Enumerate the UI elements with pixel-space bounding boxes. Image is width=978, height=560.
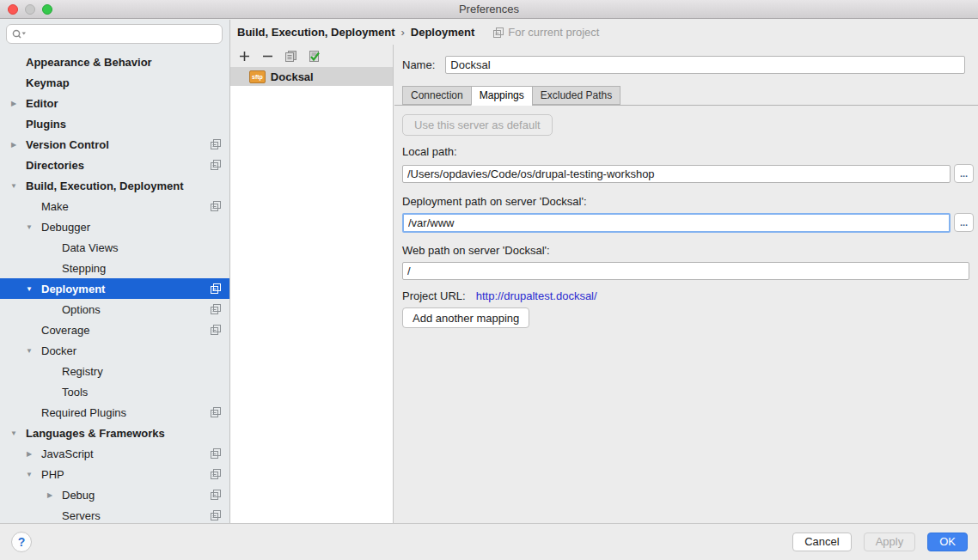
browse-deployment-path-button[interactable]: ...: [954, 213, 974, 232]
sidebar-item-label: Editor: [26, 97, 58, 110]
for-current-project-icon: [211, 304, 221, 314]
sidebar-item-label: Deployment: [41, 283, 105, 295]
help-button[interactable]: ?: [11, 532, 32, 552]
add-another-mapping-button[interactable]: Add another mapping: [402, 307, 529, 328]
chevron-down-icon[interactable]: ▼: [7, 429, 21, 437]
chevron-right-icon[interactable]: ▶: [43, 491, 57, 499]
apply-button[interactable]: Apply: [864, 533, 916, 551]
for-current-project-icon: [211, 407, 221, 417]
sidebar-item-deployment[interactable]: ▼Deployment: [0, 278, 229, 299]
for-current-project-icon: [211, 490, 221, 500]
chevron-right-icon[interactable]: ▶: [7, 141, 21, 149]
remove-server-button[interactable]: [260, 49, 274, 63]
project-url-link[interactable]: http://drupaltest.docksal/: [476, 289, 597, 302]
project-url-label: Project URL:: [402, 289, 466, 302]
ok-button[interactable]: OK: [927, 533, 968, 551]
for-current-project-icon: [211, 283, 221, 294]
add-server-button[interactable]: [237, 49, 251, 63]
sidebar-item-debugger[interactable]: ▼Debugger: [0, 216, 229, 237]
server-list-item-docksal[interactable]: sftp Docksal: [230, 67, 393, 86]
for-current-project-icon: [493, 27, 504, 38]
server-toolbar: [230, 45, 393, 67]
chevron-right-icon[interactable]: ▶: [22, 450, 36, 458]
sidebar-item-label: Options: [62, 303, 101, 316]
tab-connection[interactable]: Connection: [402, 86, 471, 105]
web-path-label: Web path on server 'Docksal':: [402, 244, 550, 257]
for-current-project-icon: [211, 325, 221, 335]
breadcrumb: Build, Execution, Deployment › Deploymen…: [230, 20, 978, 45]
sidebar-item-javascript[interactable]: ▶JavaScript: [0, 443, 229, 464]
sidebar-item-required-plugins[interactable]: Required Plugins: [0, 402, 229, 423]
cancel-button[interactable]: Cancel: [792, 533, 851, 551]
deployment-path-input[interactable]: [402, 213, 950, 233]
breadcrumb-page: Deployment: [411, 26, 474, 39]
sidebar-item-data-views[interactable]: Data Views: [0, 237, 229, 258]
for-current-project-icon: [211, 139, 221, 149]
sidebar-item-label: Registry: [62, 365, 103, 378]
local-path-input[interactable]: [402, 165, 950, 183]
deployment-path-label: Deployment path on server 'Docksal':: [402, 195, 587, 208]
server-name-input[interactable]: [445, 56, 965, 74]
web-path-input[interactable]: [402, 262, 969, 280]
sidebar-item-options[interactable]: Options: [0, 299, 229, 320]
sidebar-item-keymap[interactable]: Keymap: [0, 72, 229, 93]
title-bar: Preferences: [0, 0, 978, 19]
browse-local-path-button[interactable]: ...: [954, 164, 974, 183]
sidebar-item-label: Tools: [62, 386, 88, 399]
sidebar-item-languages-frameworks[interactable]: ▼Languages & Frameworks: [0, 423, 229, 443]
server-name: Docksal: [271, 70, 314, 83]
sidebar-item-version-control[interactable]: ▶Version Control: [0, 134, 229, 155]
server-list-panel: sftp Docksal: [230, 45, 394, 523]
sidebar-item-label: Debug: [62, 489, 95, 502]
settings-search[interactable]: [6, 24, 223, 44]
chevron-down-icon[interactable]: ▼: [22, 347, 36, 355]
chevron-right-icon[interactable]: ▶: [7, 100, 21, 107]
chevron-down-icon[interactable]: ▼: [22, 285, 36, 293]
dialog-footer: ? Cancel Apply OK: [0, 523, 978, 560]
sidebar-item-docker[interactable]: ▼Docker: [0, 340, 229, 361]
settings-tree: Appearance & BehaviorKeymap▶EditorPlugin…: [0, 52, 229, 523]
breadcrumb-separator-icon: ›: [400, 26, 404, 39]
scope-label: For current project: [508, 26, 599, 39]
sidebar-item-label: Coverage: [41, 324, 89, 337]
deployment-settings-panel: Name: ConnectionMappingsExcluded Paths U…: [394, 45, 978, 523]
sidebar-item-label: Build, Execution, Deployment: [26, 180, 183, 192]
tab-excluded-paths[interactable]: Excluded Paths: [532, 86, 620, 105]
settings-tabs: ConnectionMappingsExcluded Paths: [402, 86, 620, 106]
sidebar-item-make[interactable]: Make: [0, 196, 229, 216]
for-current-project-icon: [211, 160, 221, 170]
sidebar-item-build-execution-deployment[interactable]: ▼Build, Execution, Deployment: [0, 175, 229, 196]
sidebar-item-directories[interactable]: Directories: [0, 155, 229, 175]
search-icon: [11, 28, 28, 40]
sidebar-item-label: Stepping: [62, 262, 106, 275]
sidebar-item-debug[interactable]: ▶Debug: [0, 484, 229, 505]
local-path-label: Local path:: [402, 145, 457, 158]
for-current-project-icon: [211, 510, 221, 520]
for-current-project-icon: [211, 448, 221, 459]
chevron-down-icon[interactable]: ▼: [7, 182, 21, 190]
sidebar-item-label: Data Views: [62, 241, 119, 254]
sidebar-item-servers[interactable]: Servers: [0, 505, 229, 523]
sidebar-item-appearance-behavior[interactable]: Appearance & Behavior: [0, 52, 229, 72]
window-title: Preferences: [0, 3, 978, 15]
sidebar-item-registry[interactable]: Registry: [0, 361, 229, 381]
sidebar-item-label: Make: [41, 200, 69, 213]
sidebar-item-stepping[interactable]: Stepping: [0, 258, 229, 278]
chevron-down-icon[interactable]: ▼: [22, 471, 36, 478]
copy-server-button[interactable]: [284, 49, 297, 63]
sidebar-item-php[interactable]: ▼PHP: [0, 464, 229, 484]
sidebar-item-plugins[interactable]: Plugins: [0, 113, 229, 134]
breadcrumb-category[interactable]: Build, Execution, Deployment: [237, 26, 394, 39]
chevron-down-icon[interactable]: ▼: [22, 223, 36, 231]
search-input[interactable]: [28, 25, 222, 43]
tab-mappings[interactable]: Mappings: [471, 86, 532, 106]
use-server-as-default-button[interactable]: [307, 49, 321, 63]
sidebar-item-label: Debugger: [41, 221, 90, 234]
use-server-as-default-button-disabled[interactable]: Use this server as default: [402, 114, 553, 136]
sidebar-item-coverage[interactable]: Coverage: [0, 320, 229, 340]
sidebar-item-editor[interactable]: ▶Editor: [0, 93, 229, 113]
sidebar-item-tools[interactable]: Tools: [0, 381, 229, 402]
sidebar-item-label: Docker: [41, 344, 76, 357]
settings-sidebar: Appearance & BehaviorKeymap▶EditorPlugin…: [0, 20, 230, 523]
sidebar-item-label: Servers: [62, 509, 101, 522]
